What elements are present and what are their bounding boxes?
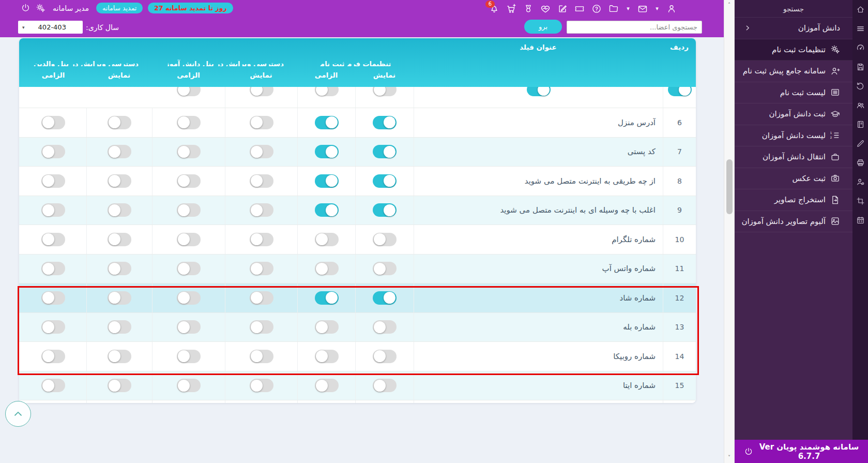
toggle-switch[interactable] [41, 291, 65, 305]
toggle-switch[interactable] [108, 174, 131, 188]
working-year-select[interactable]: ▾ 402-403 [18, 21, 83, 34]
sidebar-item[interactable]: تنظیمات ثبت نام [735, 39, 852, 61]
scrollbar-down-arrow[interactable]: ˅ [724, 454, 734, 462]
toggle-switch[interactable] [41, 262, 65, 275]
vertical-scrollbar[interactable]: ˄ ˅ [724, 0, 735, 463]
gauge-icon[interactable] [856, 43, 865, 52]
sidebar-item[interactable]: انتقال دانش آموزان [735, 146, 852, 168]
pencil-icon[interactable] [856, 139, 865, 148]
toggle-switch[interactable] [373, 145, 397, 158]
toggle-switch[interactable] [177, 145, 201, 158]
toggle-switch[interactable] [41, 320, 65, 334]
toggle-switch[interactable] [108, 320, 131, 334]
toggle-switch[interactable] [250, 203, 273, 217]
toggle-switch[interactable] [108, 203, 131, 217]
toggle-switch[interactable] [177, 203, 201, 217]
crop-icon[interactable] [856, 197, 865, 205]
power-icon[interactable] [744, 447, 753, 456]
toggle-switch[interactable] [373, 203, 397, 217]
toggle-switch[interactable] [177, 233, 201, 246]
toggle-switch[interactable] [41, 350, 65, 363]
renew-system-badge[interactable]: تمدید سامانه [96, 3, 143, 13]
toggle-switch[interactable] [250, 87, 273, 96]
toggle-switch[interactable] [41, 174, 65, 188]
edit-icon[interactable] [557, 4, 568, 14]
toggle-switch[interactable] [373, 320, 397, 334]
toggle-switch[interactable] [315, 262, 339, 275]
toggle-switch[interactable] [41, 379, 65, 392]
toggle-switch[interactable] [315, 350, 339, 363]
scrollbar-thumb[interactable] [726, 159, 733, 214]
toggle-switch[interactable] [373, 379, 397, 392]
calendar-icon[interactable] [856, 216, 865, 225]
member-search-input[interactable] [567, 21, 702, 34]
caret-icon[interactable]: ▾ [654, 4, 660, 14]
toggle-switch[interactable] [250, 379, 273, 392]
sidebar-item[interactable]: آلبوم تصاویر دانش آموزان [735, 211, 852, 233]
toggle-switch[interactable] [108, 145, 131, 158]
toggle-switch[interactable] [177, 87, 201, 96]
save-icon[interactable] [856, 63, 865, 71]
sidebar-item[interactable]: ثبت دانش آموزان [735, 103, 852, 125]
toggle-switch[interactable] [177, 350, 201, 363]
folder-icon[interactable] [608, 4, 619, 14]
sidebar-item[interactable]: استخراج تصاویر [735, 189, 852, 211]
toggle-switch[interactable] [315, 233, 339, 246]
sidebar-item[interactable]: لیست ثبت نام [735, 82, 852, 104]
power-icon[interactable] [21, 3, 31, 13]
toggle-switch[interactable] [250, 262, 273, 275]
toggle-switch[interactable] [177, 379, 201, 392]
toggle-switch[interactable] [250, 233, 273, 246]
toggle-switch[interactable] [177, 116, 201, 129]
toggle-switch[interactable] [315, 291, 339, 305]
toggle-switch[interactable] [250, 116, 273, 129]
bell-icon[interactable]: 6 [489, 4, 499, 14]
home-icon[interactable] [856, 5, 865, 14]
toggle-switch[interactable] [250, 174, 273, 188]
toggle-switch[interactable] [108, 262, 131, 275]
toggle-switch[interactable] [668, 87, 692, 96]
toggle-switch[interactable] [250, 291, 273, 305]
scrollbar-up-arrow[interactable]: ˄ [724, 1, 734, 9]
toggle-switch[interactable] [373, 233, 397, 246]
toggle-switch[interactable] [527, 87, 551, 96]
toggle-switch[interactable] [373, 291, 397, 305]
cart-icon[interactable] [506, 4, 516, 14]
toggle-switch[interactable] [177, 320, 201, 334]
toggle-switch[interactable] [108, 350, 131, 363]
toggle-switch[interactable] [315, 116, 339, 129]
menu-icon[interactable] [856, 24, 865, 33]
sidebar-item[interactable]: ثبت عکس [735, 168, 852, 190]
toggle-switch[interactable] [373, 174, 397, 188]
toggle-switch[interactable] [177, 262, 201, 275]
toggle-switch[interactable] [315, 174, 339, 188]
printer-icon[interactable] [856, 158, 865, 167]
undo-icon[interactable] [856, 82, 865, 91]
ticket-icon[interactable] [574, 4, 585, 14]
sidebar-search-input[interactable] [745, 4, 842, 13]
toggle-switch[interactable] [108, 379, 131, 392]
toggle-switch[interactable] [41, 145, 65, 158]
toggle-switch[interactable] [315, 145, 339, 158]
toggle-switch[interactable] [315, 203, 339, 217]
person-lock-icon[interactable] [856, 177, 865, 186]
sidebar-item[interactable]: سامانه جامع پیش ثبت نام [735, 61, 852, 82]
book-icon[interactable] [856, 120, 865, 129]
heart-icon[interactable] [540, 4, 551, 14]
toggle-switch[interactable] [108, 233, 131, 246]
toggle-switch[interactable] [41, 203, 65, 217]
toggle-switch[interactable] [315, 320, 339, 334]
scroll-to-top-button[interactable] [5, 401, 31, 427]
help-icon[interactable] [591, 4, 602, 14]
toggle-switch[interactable] [373, 350, 397, 363]
medal-icon[interactable] [523, 4, 534, 14]
toggle-switch[interactable] [373, 116, 397, 129]
toggle-switch[interactable] [41, 116, 65, 129]
toggle-switch[interactable] [250, 320, 273, 334]
toggle-switch[interactable] [315, 87, 339, 96]
people-icon[interactable] [856, 101, 865, 110]
toggle-switch[interactable] [41, 233, 65, 246]
toggle-switch[interactable] [373, 87, 397, 96]
sidebar-item[interactable]: لیست دانش آموزان [735, 125, 852, 147]
toggle-switch[interactable] [108, 291, 131, 305]
